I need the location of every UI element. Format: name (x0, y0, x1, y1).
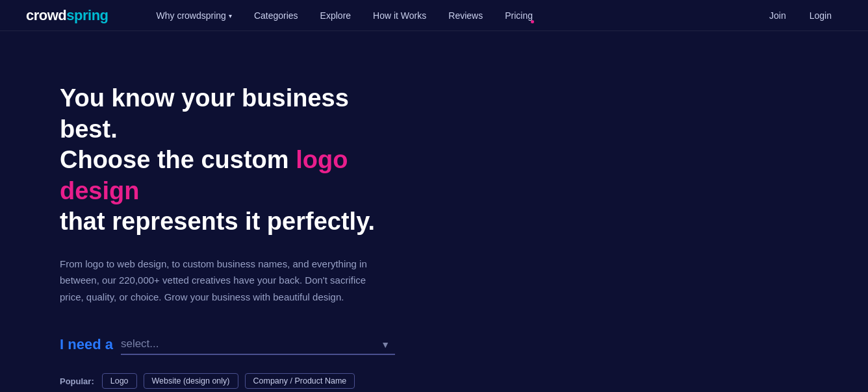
logo-spring: spring (66, 7, 108, 23)
popular-row: Popular: Logo Website (design only) Comp… (60, 373, 395, 392)
nav-item-why-crowdspring[interactable]: Why crowdspring ▾ (147, 6, 241, 25)
hero-section: You know your business best. Choose the … (0, 31, 455, 392)
logo[interactable]: crowdspring (26, 7, 108, 24)
main-nav: crowdspring Why crowdspring ▾ Categories… (0, 0, 868, 31)
hero-subtext: From logo to web design, to custom busin… (60, 256, 372, 306)
need-a-select-wrapper: select... LogoWebsite (design only)Compa… (121, 334, 395, 355)
nav-item-categories[interactable]: Categories (245, 6, 307, 25)
hero-headline: You know your business best. Choose the … (60, 83, 395, 238)
popular-tag-website[interactable]: Website (design only) (144, 373, 238, 389)
popular-label: Popular: (60, 376, 94, 386)
login-button[interactable]: Login (799, 6, 842, 25)
nav-item-how-it-works[interactable]: How it Works (364, 6, 435, 25)
nav-links: Why crowdspring ▾ Categories Explore How… (147, 6, 760, 25)
popular-tag-logo[interactable]: Logo (102, 373, 137, 389)
need-a-row: I need a select... LogoWebsite (design o… (60, 334, 395, 355)
need-a-select[interactable]: select... LogoWebsite (design only)Compa… (121, 334, 395, 355)
nav-item-pricing[interactable]: Pricing (496, 6, 542, 25)
logo-crowd: crowd (26, 7, 66, 23)
popular-tag-company[interactable]: Company / Product Name (245, 373, 355, 389)
need-a-label: I need a (60, 336, 113, 353)
nav-auth-area: Join Login (759, 6, 842, 25)
chevron-down-icon: ▾ (229, 12, 232, 19)
nav-item-explore[interactable]: Explore (311, 6, 360, 25)
nav-item-reviews[interactable]: Reviews (439, 6, 492, 25)
join-button[interactable]: Join (759, 6, 797, 25)
